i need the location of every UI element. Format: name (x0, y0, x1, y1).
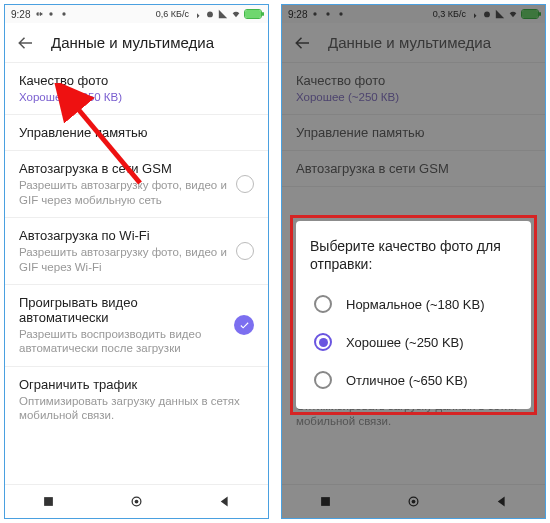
row-autoplay[interactable]: Проигрывать видео автоматически Разрешит… (5, 285, 268, 367)
row-title: Автозагрузка по Wi-Fi (19, 228, 228, 243)
row-title: Автозагрузка в сети GSM (19, 161, 228, 176)
radio-selected-icon (314, 333, 332, 351)
row-title: Управление памятью (19, 125, 254, 140)
page-title: Данные и мультимедиа (51, 34, 214, 51)
back-icon[interactable] (17, 34, 35, 52)
dialog-option-normal[interactable]: Нормальное (~180 KB) (310, 285, 517, 323)
dialog-option-excellent[interactable]: Отличное (~650 KB) (310, 361, 517, 399)
svg-rect-1 (44, 497, 53, 506)
row-sub: Разрешить автозагрузку фото, видео и GIF… (19, 245, 228, 274)
phone-screen-left: 9:28 0,6 КБ/с Данные и мультимедиа Качес… (4, 4, 269, 519)
toggle-on-icon[interactable] (234, 315, 254, 335)
bluetooth-icon (192, 9, 202, 19)
gear-icon (59, 9, 69, 19)
toggle-off-icon[interactable] (236, 242, 254, 260)
toggle-off-icon[interactable] (236, 175, 254, 193)
row-photo-quality[interactable]: Качество фото Хорошее (~250 КВ) (5, 63, 268, 115)
option-label: Хорошее (~250 KB) (346, 335, 464, 350)
alarm-icon (205, 9, 215, 19)
app-header: Данные и мультимедиа (5, 23, 268, 63)
status-clock: 9:28 (11, 9, 30, 20)
nav-home-icon[interactable] (129, 494, 144, 509)
dialog-title: Выберите качество фото для отправки: (310, 237, 517, 273)
nav-recent-icon[interactable] (41, 494, 56, 509)
status-net-speed: 0,6 КБ/с (156, 9, 189, 19)
row-value: Хорошее (~250 КВ) (19, 90, 254, 104)
radio-icon (314, 295, 332, 313)
gear-icon (33, 9, 43, 19)
row-title: Ограничить трафик (19, 377, 254, 392)
nav-bar (5, 484, 268, 518)
dialog-option-good[interactable]: Хорошее (~250 KB) (310, 323, 517, 361)
settings-list: Качество фото Хорошее (~250 КВ) Управлен… (5, 63, 268, 484)
annotation-highlight: Выберите качество фото для отправки: Нор… (290, 215, 537, 415)
phone-screen-right: 9:28 0,3 КБ/с Данные и мультимедиа Качес… (281, 4, 546, 519)
row-sub: Разрешить воспроизводить видео автоматич… (19, 327, 226, 356)
row-gsm[interactable]: Автозагрузка в сети GSM Разрешить автоза… (5, 151, 268, 218)
row-sub: Разрешить автозагрузку фото, видео и GIF… (19, 178, 228, 207)
svg-point-3 (135, 500, 139, 504)
row-title: Проигрывать видео автоматически (19, 295, 226, 325)
battery-icon (244, 9, 262, 19)
wifi-icon (231, 9, 241, 19)
status-bar: 9:28 0,6 КБ/с (5, 5, 268, 23)
photo-quality-dialog: Выберите качество фото для отправки: Нор… (296, 221, 531, 409)
row-memory[interactable]: Управление памятью (5, 115, 268, 151)
signal-icon (218, 9, 228, 19)
row-wifi[interactable]: Автозагрузка по Wi-Fi Разрешить автозагр… (5, 218, 268, 285)
svg-point-0 (207, 12, 213, 18)
row-traffic[interactable]: Ограничить трафик Оптимизировать загрузк… (5, 367, 268, 433)
nav-back-icon[interactable] (217, 494, 232, 509)
option-label: Нормальное (~180 KB) (346, 297, 485, 312)
gear-icon (46, 9, 56, 19)
row-sub: Оптимизировать загрузку данных в сетях м… (19, 394, 254, 423)
row-title: Качество фото (19, 73, 254, 88)
option-label: Отличное (~650 KB) (346, 373, 468, 388)
radio-icon (314, 371, 332, 389)
